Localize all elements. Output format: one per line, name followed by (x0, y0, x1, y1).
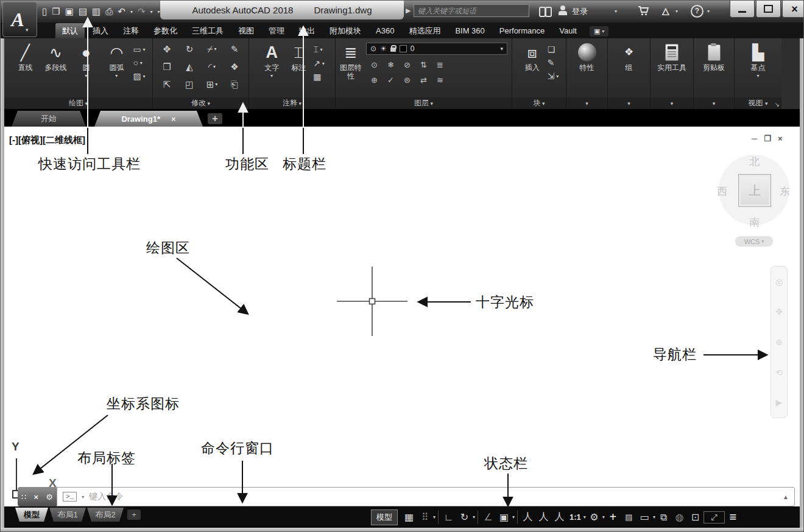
open-file-button[interactable]: ❒ (52, 6, 60, 17)
save-as-button[interactable]: ▤ (79, 6, 87, 17)
panel-annotate-title[interactable]: 注释 (249, 97, 335, 109)
rectangle-icon[interactable]: ▭ (133, 44, 141, 54)
ribbon-tab-home[interactable]: 默认 (55, 23, 85, 38)
polar-tracking-icon[interactable]: ↻ (457, 511, 472, 523)
workspace-caret-icon[interactable]: ▾ (602, 514, 605, 520)
ribbon-tab-manage[interactable]: 管理 (262, 23, 291, 38)
snap-caret-icon[interactable]: ▾ (433, 514, 436, 520)
annotation-autoscale-icon[interactable]: 人 (536, 511, 551, 523)
copy-icon[interactable]: ❐ (163, 61, 171, 72)
save-web-mobile-button[interactable]: ▥ (92, 6, 100, 17)
viewport-controls[interactable]: [-][俯视][二维线框] (9, 135, 85, 146)
sign-in-button[interactable]: 登录 (572, 6, 588, 17)
layer-off-icon[interactable]: ⊘ (404, 60, 411, 69)
line-button[interactable]: ╱ 直线 (11, 41, 39, 72)
new-layout-button[interactable]: + (127, 509, 141, 520)
panel-block-title[interactable]: 块 (512, 97, 566, 109)
move-icon[interactable]: ✥ (163, 44, 171, 55)
hatch-icon[interactable]: ▨ (133, 71, 141, 81)
nav-wheel-icon[interactable]: ◎ (775, 277, 783, 287)
basepoint-button[interactable]: ▙ 基点 ▾ (744, 41, 772, 80)
properties-button[interactable]: 特性 (573, 41, 601, 72)
table-icon[interactable]: ▦ (313, 72, 321, 82)
stretch-icon[interactable]: ⇱ (163, 79, 171, 90)
circle-button[interactable]: ● 圆 ▾ (72, 41, 100, 80)
vp-close-icon[interactable]: × (778, 134, 783, 143)
search-binoculars-icon[interactable] (539, 7, 551, 15)
ribbon-tab-view[interactable]: 视图 (231, 23, 261, 38)
model-space-toggle[interactable]: 模型 (371, 509, 398, 525)
annotation-visibility-icon[interactable]: 人 (520, 511, 535, 523)
annotation-scale-icon[interactable]: 人 (552, 511, 567, 523)
ortho-mode-icon[interactable]: ∟ (441, 512, 456, 523)
command-recent-caret-icon[interactable]: ▾ (82, 494, 84, 500)
object-snap-icon[interactable]: ▣ (496, 511, 512, 523)
panel-modify-title[interactable]: 修改 (153, 97, 249, 109)
store-cart-icon[interactable] (638, 5, 650, 16)
layout-tab-layout2[interactable]: 布局2 (87, 508, 124, 522)
panel-group-expander[interactable] (608, 97, 650, 109)
new-file-button[interactable]: ▯ (42, 6, 47, 17)
redo-button[interactable]: ↷ (138, 6, 146, 17)
rectangle-caret-icon[interactable]: ▾ (143, 47, 146, 52)
signin-caret-icon[interactable]: ▾ (615, 9, 617, 14)
ribbon-tab-addins[interactable]: 附加模块 (323, 23, 368, 38)
nav-pan-icon[interactable]: ✥ (775, 307, 783, 317)
text-button[interactable]: A 文字 ▾ (259, 41, 284, 80)
plot-button[interactable]: ⎙ (105, 6, 113, 17)
viewcube-east[interactable]: 东 (780, 184, 790, 198)
explode-icon[interactable]: ❖ (230, 61, 238, 72)
panel-properties-expander[interactable] (566, 97, 607, 109)
fillet-icon[interactable]: ◜▾ (208, 61, 216, 72)
mirror-icon[interactable]: ◭ (186, 61, 193, 72)
nav-orbit-icon[interactable]: ⟲ (775, 368, 783, 377)
ribbon-tab-a360[interactable]: A360 (369, 23, 401, 38)
undo-button[interactable]: ↶ (118, 6, 125, 17)
block-edit-icon[interactable]: ❏ (548, 44, 555, 54)
ribbon-tab-parametric[interactable]: 参数化 (147, 23, 184, 38)
layer-properties-button[interactable]: ≣ 图层特性 (338, 41, 364, 80)
app-menu-button[interactable]: A ▾ (2, 2, 37, 37)
hardware-acceleration-icon[interactable]: ⊡ (688, 511, 703, 523)
help-icon[interactable]: ? (691, 5, 704, 18)
command-input-placeholder[interactable]: 键入命令 (89, 491, 123, 502)
ribbon-tab-annotate[interactable]: 注释 (116, 23, 146, 38)
layer-match-icon[interactable]: ⇅ (420, 60, 427, 69)
rotate-icon[interactable]: ↻ (186, 44, 194, 55)
viewcube-wcs-menu[interactable]: WCS (735, 236, 773, 247)
new-drawing-tab-button[interactable]: + (208, 113, 222, 124)
panel-draw-title[interactable]: 绘图 (4, 97, 152, 109)
grip-icon[interactable]: ∷ (21, 492, 26, 502)
annotation-monitor-icon[interactable]: + (605, 510, 621, 524)
dimension-button[interactable]: ⌶ 标注 (286, 41, 311, 72)
ellipse-caret-icon[interactable]: ▾ (140, 60, 143, 66)
command-history-up-icon[interactable]: ▲ (783, 494, 789, 500)
ribbon-tab-output[interactable]: 输出 (292, 23, 322, 38)
redo-caret-icon[interactable]: ▾ (150, 9, 152, 15)
command-line-window[interactable]: >_ ▾ 键入命令 ▲ (57, 487, 795, 506)
units-icon[interactable]: ▤ (621, 513, 636, 522)
workspace-gear-icon[interactable]: ⚙ (587, 511, 602, 523)
customize-wrench-icon[interactable]: ⚙ (46, 492, 53, 502)
layout-tab-model[interactable]: 模型 (15, 508, 48, 522)
polyline-button[interactable]: ∿ 多段线 (41, 41, 69, 72)
clean-screen-icon[interactable]: ⤢ (704, 511, 725, 523)
file-tab-close-icon[interactable]: × (171, 114, 176, 124)
osnap-caret-icon[interactable]: ▾ (512, 514, 515, 520)
layer-unisolate-icon[interactable]: ⊕ (371, 75, 378, 85)
layer-dropdown[interactable]: ⊙ ☀ 0 (366, 43, 507, 55)
annotation-scale-value[interactable]: 1:1 (568, 513, 583, 522)
autodesk-app-icon[interactable]: △ (662, 5, 669, 16)
utilities-button[interactable]: 实用工具 (652, 41, 691, 72)
block-attr-icon[interactable]: ✎ (548, 58, 555, 68)
lock-ui-icon[interactable]: ▭ (637, 511, 652, 523)
erase-icon[interactable]: ✎ (231, 44, 239, 55)
command-window-handle[interactable]: ∷ × ⚙ (18, 487, 57, 506)
viewcube-west[interactable]: 西 (717, 184, 727, 198)
lock-ui-caret-icon[interactable]: ▾ (653, 514, 655, 520)
nav-zoom-icon[interactable]: ⊕ (775, 337, 783, 347)
maximize-button[interactable] (756, 1, 781, 18)
close-button[interactable]: × (782, 1, 804, 18)
command-prompt-icon[interactable]: >_ (63, 492, 77, 502)
save-button[interactable]: ▣ (65, 6, 74, 17)
